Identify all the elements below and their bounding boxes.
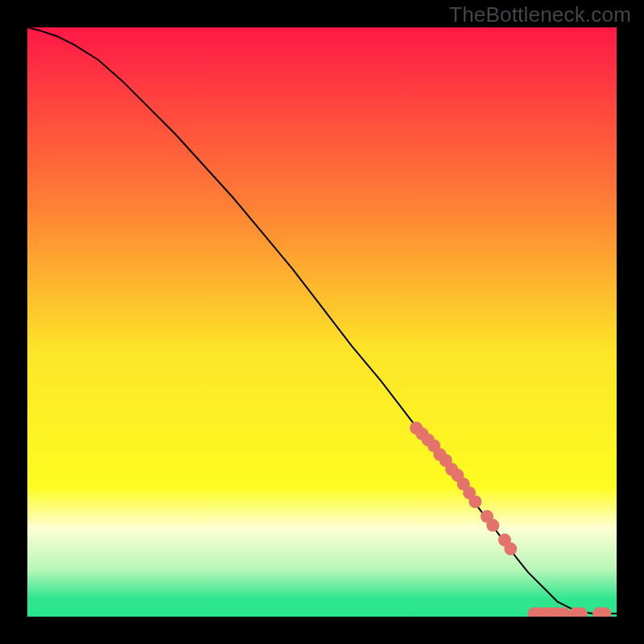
chart-outer-frame: TheBottleneck.com bbox=[0, 0, 644, 644]
data-point bbox=[486, 519, 499, 532]
chart-background bbox=[27, 27, 617, 617]
data-point bbox=[469, 495, 481, 508]
data-point bbox=[504, 543, 517, 555]
chart-plot-area bbox=[27, 27, 617, 617]
watermark-text: TheBottleneck.com bbox=[449, 2, 631, 27]
chart-svg bbox=[27, 27, 617, 617]
